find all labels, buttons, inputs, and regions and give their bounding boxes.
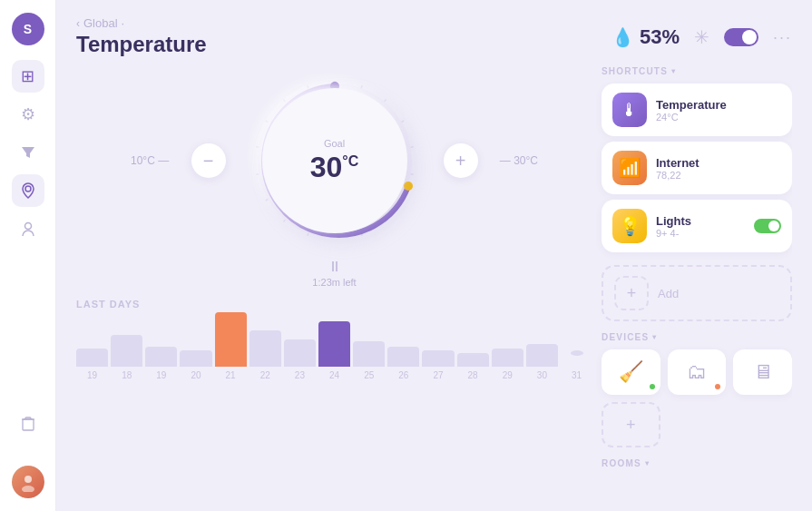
shortcut-card[interactable]: 📶Internet78,22 bbox=[602, 142, 792, 194]
max-range-label: — 30°C bbox=[500, 154, 538, 167]
goal-label: Goal bbox=[324, 138, 345, 149]
chart-bar bbox=[76, 349, 108, 367]
shortcuts-chevron[interactable]: ▾ bbox=[671, 67, 676, 75]
toggle-knob bbox=[742, 30, 757, 44]
bar-day-label: 30 bbox=[537, 370, 547, 380]
humidity-value: 53% bbox=[640, 25, 680, 49]
rooms-header: ROOMS ▾ bbox=[602, 458, 792, 468]
chart-bar-col: 20 bbox=[180, 350, 211, 380]
increase-button[interactable]: + bbox=[444, 143, 478, 178]
shortcuts-list: 🌡Temperature24°C📶Internet78,22💡Lights9+ … bbox=[602, 84, 792, 258]
right-panel: SHORTCUTS ▾ 🌡Temperature24°C📶Internet78,… bbox=[602, 61, 792, 502]
nav-avatar[interactable]: S bbox=[12, 13, 44, 45]
humidity-icon: 💧 bbox=[611, 26, 634, 48]
shortcut-icon: 🌡 bbox=[612, 93, 647, 127]
device-card[interactable]: 🖥 bbox=[733, 349, 792, 395]
back-arrow[interactable]: ‹ bbox=[76, 17, 80, 30]
chart-bar-col: 21 bbox=[215, 312, 247, 380]
chart-bar bbox=[318, 321, 350, 367]
thermostat-ring: 20°C bbox=[244, 70, 426, 251]
bar-day-label: 24 bbox=[329, 370, 339, 380]
bar-day-label: 29 bbox=[503, 370, 513, 380]
chart-bar bbox=[284, 339, 316, 367]
add-icon: + bbox=[614, 276, 649, 310]
chart-bar bbox=[111, 335, 142, 367]
chart-bar bbox=[457, 353, 489, 367]
chart-section: LAST DAYS 191819202122232425262728293031 bbox=[76, 299, 592, 380]
nav-icon-person[interactable] bbox=[12, 212, 44, 245]
header-left: ‹ Global · Temperature bbox=[76, 16, 207, 57]
nav-icon-trash[interactable] bbox=[12, 408, 44, 440]
more-options[interactable]: ··· bbox=[773, 28, 792, 47]
bar-day-label: 26 bbox=[398, 370, 408, 380]
chart-bar bbox=[526, 344, 558, 367]
shortcut-toggle[interactable] bbox=[754, 219, 781, 233]
shortcut-info: Lights9+ 4- bbox=[656, 214, 745, 239]
shortcut-info: Internet78,22 bbox=[656, 156, 781, 181]
nav-icon-filter[interactable] bbox=[12, 136, 44, 169]
rooms-chevron[interactable]: ▾ bbox=[645, 459, 650, 467]
user-avatar[interactable] bbox=[12, 466, 44, 498]
left-navigation: S ⊞ ⚙ bbox=[0, 0, 56, 511]
bar-day-label: 22 bbox=[260, 370, 270, 380]
min-temp-label: 10°C — bbox=[131, 154, 169, 167]
chart-bar bbox=[387, 347, 419, 367]
bar-day-label: 28 bbox=[468, 370, 478, 380]
pause-icon: ⏸ bbox=[328, 259, 342, 275]
thermostat-inner: Goal 30°C bbox=[262, 88, 407, 233]
add-device-button[interactable]: + bbox=[602, 402, 660, 447]
shortcut-name: Internet bbox=[656, 156, 781, 170]
device-status-dot bbox=[715, 384, 720, 389]
bar-day-label: 31 bbox=[572, 370, 582, 380]
bar-day-label: 27 bbox=[433, 370, 443, 380]
goal-temp: 30°C bbox=[310, 151, 359, 184]
device-card[interactable]: 🧹 bbox=[602, 349, 660, 395]
svg-point-2 bbox=[24, 222, 31, 229]
decrease-button[interactable]: − bbox=[191, 143, 226, 178]
svg-point-6 bbox=[22, 486, 34, 492]
nav-icon-grid[interactable]: ⊞ bbox=[12, 60, 44, 93]
shortcuts-header: SHORTCUTS ▾ bbox=[602, 66, 792, 76]
add-shortcut-card[interactable]: + Add bbox=[602, 265, 792, 321]
chart-bar-col: 24 bbox=[318, 321, 350, 380]
bar-day-label: 19 bbox=[156, 370, 166, 380]
bar-day-label: 23 bbox=[295, 370, 305, 380]
bar-day-label: 19 bbox=[87, 370, 97, 380]
chart-label: LAST DAYS bbox=[76, 299, 592, 310]
chart-bar-col: 26 bbox=[387, 347, 419, 380]
header-right: 💧 53% ✳ ··· bbox=[611, 25, 792, 49]
svg-rect-3 bbox=[23, 419, 34, 430]
shortcut-card[interactable]: 💡Lights9+ 4- bbox=[602, 200, 792, 252]
chart-bar-col: 27 bbox=[422, 350, 454, 380]
nav-icon-location[interactable] bbox=[12, 174, 44, 207]
bar-day-label: 25 bbox=[364, 370, 374, 380]
shortcut-card[interactable]: 🌡Temperature24°C bbox=[602, 84, 792, 136]
chart-bar-col: 23 bbox=[284, 339, 316, 380]
main-content: ‹ Global · Temperature 💧 53% ✳ ··· − 10°… bbox=[56, 0, 812, 511]
chart-bar bbox=[353, 341, 385, 367]
chart-bar bbox=[215, 312, 247, 367]
humidity-display: 💧 53% bbox=[611, 25, 680, 49]
breadcrumb-sub: · bbox=[122, 16, 125, 30]
main-toggle[interactable] bbox=[724, 28, 758, 46]
devices-chevron[interactable]: ▾ bbox=[652, 333, 657, 341]
page-header: ‹ Global · Temperature 💧 53% ✳ ··· bbox=[76, 16, 792, 57]
chart-bar-col: 29 bbox=[492, 349, 523, 380]
shortcut-icon: 📶 bbox=[612, 151, 647, 185]
thermostat-controls: − 10°C — 20°C bbox=[76, 70, 592, 251]
chart-bar-col: 18 bbox=[111, 335, 142, 380]
device-card[interactable]: 🗂 bbox=[668, 349, 727, 395]
add-label: Add bbox=[658, 287, 679, 300]
content-area: − 10°C — 20°C bbox=[76, 61, 792, 502]
breadcrumb: ‹ Global · bbox=[76, 16, 207, 30]
devices-grid: 🧹🗂🖥+ bbox=[602, 349, 792, 447]
thermostat-section: − 10°C — 20°C bbox=[76, 61, 592, 502]
breadcrumb-text: Global bbox=[83, 16, 118, 30]
fan-icon: ✳ bbox=[694, 26, 709, 48]
chart-bars: 191819202122232425262728293031 bbox=[76, 317, 592, 380]
chart-bar bbox=[422, 350, 454, 367]
nav-icon-settings[interactable]: ⚙ bbox=[12, 98, 44, 131]
chart-bar-col: 22 bbox=[249, 330, 281, 380]
shortcut-value: 24°C bbox=[656, 112, 781, 123]
shortcut-icon: 💡 bbox=[612, 209, 647, 243]
